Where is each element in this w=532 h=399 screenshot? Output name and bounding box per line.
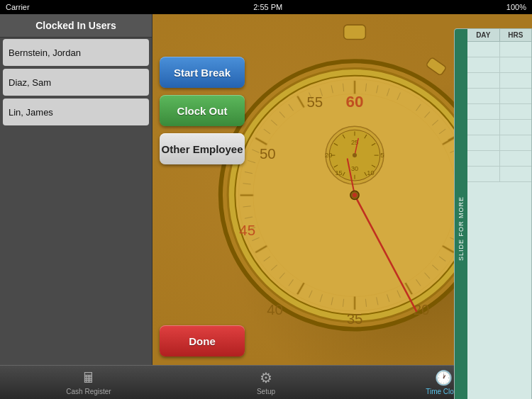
time-log-row <box>467 57 531 73</box>
cell-day-2 <box>467 73 500 88</box>
slide-label: SLIDE FOR MORE <box>458 196 465 261</box>
cell-day-3 <box>467 89 500 103</box>
sidebar-header: Clocked In Users <box>0 14 152 38</box>
svg-text:30: 30 <box>351 165 358 172</box>
cell-day-7 <box>467 151 500 166</box>
svg-point-101 <box>353 193 357 197</box>
done-button-container: Done <box>160 325 245 356</box>
svg-text:55: 55 <box>306 94 323 110</box>
svg-rect-0 <box>344 25 366 39</box>
cell-day-4 <box>467 104 500 119</box>
time-log-header: DAY HRS <box>467 29 531 42</box>
sidebar-item-diaz[interactable]: Diaz, Sam <box>3 69 149 96</box>
time-log-row <box>467 104 531 120</box>
user-name-lin: Lin, James <box>9 107 53 118</box>
cell-hrs-3 <box>500 89 532 103</box>
tab-cash-register-label: Cash Register <box>66 388 111 395</box>
content-area: Clocked In Users Bernstein, Jordan Diaz,… <box>0 14 532 399</box>
slide-for-more-button[interactable]: SLIDE FOR MORE <box>455 29 467 399</box>
svg-text:20: 20 <box>325 152 332 159</box>
carrier-label: Carrier <box>6 3 30 11</box>
svg-text:40: 40 <box>267 301 283 317</box>
main-container: Clocked In Users Bernstein, Jordan Diaz,… <box>0 14 532 399</box>
other-employee-button[interactable]: Other Employee <box>160 133 245 164</box>
cell-day-6 <box>467 135 500 150</box>
svg-text:10: 10 <box>367 169 374 176</box>
tab-bar: 🖩 Cash Register ⚙ Setup 🕐 Time Clock <box>0 365 532 399</box>
user-name-diaz: Diaz, Sam <box>9 77 51 88</box>
time-log-row <box>467 89 531 104</box>
svg-text:35: 35 <box>347 310 363 327</box>
col-header-hrs: HRS <box>500 29 532 41</box>
sidebar: Clocked In Users Bernstein, Jordan Diaz,… <box>0 14 153 399</box>
time-log-row <box>467 42 531 57</box>
svg-text:50: 50 <box>260 145 276 162</box>
main-content: 60 5 15 20 35 40 45 50 55 <box>153 14 532 399</box>
time-log-row <box>467 120 531 135</box>
cell-hrs-7 <box>500 151 532 166</box>
user-name-bernstein: Bernstein, Jordan <box>9 47 81 58</box>
col-header-day: DAY <box>467 29 500 41</box>
svg-rect-1 <box>426 57 446 75</box>
cell-day-5 <box>467 120 500 135</box>
sidebar-title: Clocked In Users <box>7 20 145 31</box>
start-break-button[interactable]: Start Break <box>160 57 245 88</box>
sidebar-item-bernstein[interactable]: Bernstein, Jordan <box>3 39 149 66</box>
cell-hrs-6 <box>500 135 532 150</box>
tab-cash-register[interactable]: 🖩 Cash Register <box>46 366 131 400</box>
cell-day-0 <box>467 42 500 57</box>
cell-hrs-1 <box>500 57 532 72</box>
sidebar-item-lin[interactable]: Lin, James <box>3 99 149 125</box>
status-bar: Carrier 2:55 PM 100% <box>0 0 532 14</box>
svg-text:15: 15 <box>335 169 342 176</box>
time-label: 2:55 PM <box>253 3 282 11</box>
cell-hrs-5 <box>500 120 532 135</box>
svg-point-97 <box>353 153 357 157</box>
cell-hrs-2 <box>500 73 532 88</box>
time-log-row <box>467 151 531 167</box>
battery-label: 100% <box>506 3 526 11</box>
clock-icon: 🕐 <box>435 369 453 386</box>
time-log-row <box>467 167 531 182</box>
svg-text:60: 60 <box>346 93 364 111</box>
svg-text:45: 45 <box>239 222 255 238</box>
svg-text:5: 5 <box>380 152 384 159</box>
cash-register-icon: 🖩 <box>82 370 96 386</box>
time-log-row <box>467 135 531 151</box>
done-button[interactable]: Done <box>160 325 245 356</box>
action-buttons: Start Break Clock Out Other Employee <box>160 57 245 164</box>
cell-day-1 <box>467 57 500 72</box>
clock-out-button[interactable]: Clock Out <box>160 95 245 126</box>
time-log-panel: SLIDE FOR MORE DAY HRS <box>454 28 532 399</box>
time-log-content: DAY HRS <box>467 29 531 182</box>
cell-hrs-0 <box>500 42 532 57</box>
cell-hrs-8 <box>500 167 532 181</box>
tab-setup-label: Setup <box>257 388 275 395</box>
tab-setup[interactable]: ⚙ Setup <box>223 366 309 400</box>
time-log-row <box>467 73 531 89</box>
gear-icon: ⚙ <box>260 369 272 386</box>
cell-hrs-4 <box>500 104 532 119</box>
cell-day-8 <box>467 167 500 181</box>
